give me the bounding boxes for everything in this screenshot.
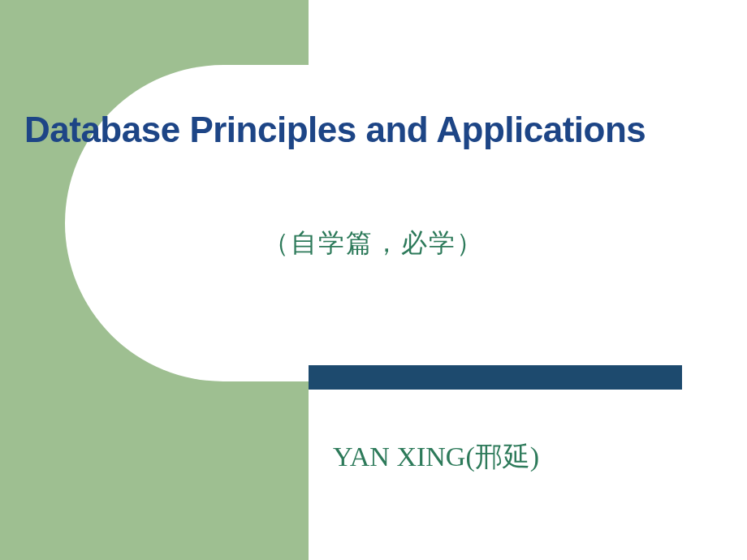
slide-title: Database Principles and Applications [24, 110, 739, 150]
slide-subtitle: （自学篇，必学） [0, 226, 747, 261]
author-name: YAN XING(邢延) [333, 438, 539, 476]
decorative-bar [309, 365, 682, 390]
